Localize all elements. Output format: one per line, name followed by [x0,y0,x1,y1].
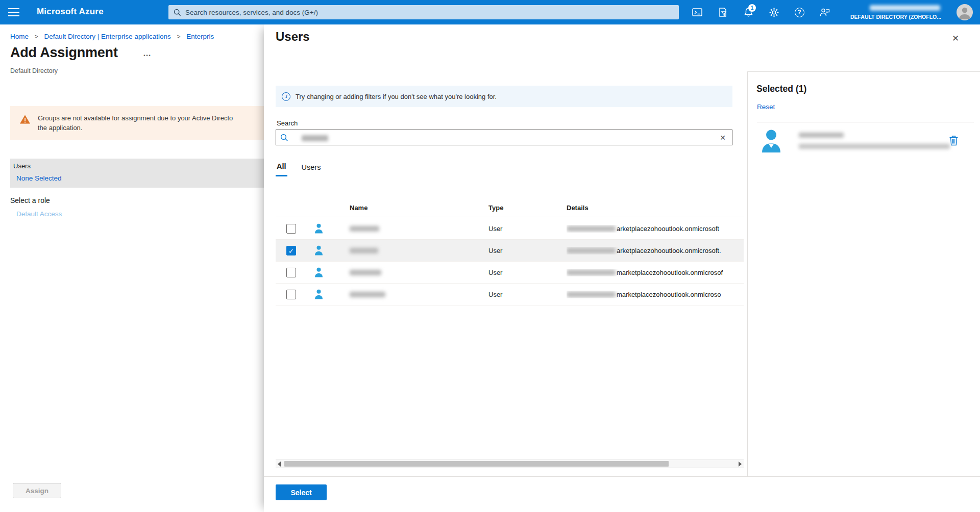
users-selection-section: Users None Selected [10,159,296,188]
table-row[interactable]: User marketplacezohooutlook.onmicrosof [276,262,744,284]
selected-count-title: Selected (1) [756,84,806,94]
search-query-blurred [302,135,328,141]
directory-label: DEFAULT DIRECTORY (ZOHOFLO... [850,14,941,20]
page-menu-ellipsis[interactable]: … [143,49,152,58]
cloud-shell-icon [692,7,703,17]
user-email-visible-tail: marketplacezohooutlook.onmicroso [617,291,721,298]
hamburger-menu-button[interactable] [8,7,20,17]
user-avatar-icon [314,245,323,255]
assign-button[interactable]: Assign [13,483,61,498]
row-checkbox[interactable] [286,224,296,234]
cloud-shell-button[interactable] [688,3,706,21]
info-icon: i [282,92,290,101]
user-email-prefix-blurred [567,270,616,275]
directory-filter-icon [717,7,728,17]
users-section-label: Users [13,162,296,170]
user-avatar-icon [314,289,323,299]
brand-title[interactable]: Microsoft Azure [37,7,104,17]
page-subtitle: Default Directory [10,67,58,74]
user-name-blurred [350,226,379,232]
selected-user-item [757,126,974,158]
reset-link[interactable]: Reset [757,103,775,111]
settings-button[interactable] [765,3,783,21]
column-header-details: Details [567,204,589,212]
table-row[interactable]: User arketplacezohooutlook.onmicrosoft [276,218,744,240]
account-avatar[interactable] [957,4,973,20]
directory-filter-button[interactable] [714,3,732,21]
user-type-cell: User [488,291,502,298]
search-label: Search [277,119,298,127]
row-checkbox[interactable] [286,290,296,299]
checkmark-icon: ✓ [288,247,294,255]
user-email-prefix-blurred [567,226,616,232]
user-email-prefix-blurred [567,248,616,253]
horizontal-scrollbar[interactable] [276,459,744,468]
user-email-visible-tail: arketplacezohooutlook.onmicrosoft. [617,247,721,254]
global-search-input[interactable] [185,9,674,16]
account-menu[interactable]: DEFAULT DIRECTORY (ZOHOFLO... [841,3,942,21]
global-search [168,5,679,19]
default-access-link[interactable]: Default Access [16,210,62,218]
sidebar-divider-horizontal [747,71,980,72]
column-header-type: Type [488,204,503,212]
select-button[interactable]: Select [276,484,327,500]
notifications-button[interactable]: 1 [739,3,757,21]
feedback-person-icon [819,7,830,17]
gear-icon [769,7,779,18]
scroll-left-arrow-icon[interactable] [278,462,281,467]
warning-banner: Groups are not available for assignment … [10,106,296,140]
panel-tabs: All Users [276,160,322,176]
tab-users[interactable]: Users [301,160,322,176]
none-selected-link[interactable]: None Selected [16,174,62,182]
page-title: Add Assignment [10,45,118,61]
user-name-blurred [350,292,385,297]
info-banner-text: Try changing or adding filters if you do… [296,93,497,100]
user-table-header: Name Type Details [276,201,744,217]
help-button[interactable]: ? [790,3,808,21]
selected-list-divider [757,122,974,122]
row-checkbox[interactable]: ✓ [286,246,296,255]
breadcrumb-separator: > [35,33,38,40]
scroll-right-arrow-icon[interactable] [739,462,742,467]
search-icon [174,9,181,16]
user-details-cell: arketplacezohooutlook.onmicrosoft [567,225,744,233]
users-panel: Users ✕ i Try changing or adding filters… [264,24,980,512]
footer-divider [264,476,980,477]
row-checkbox[interactable] [286,268,296,277]
help-icon: ? [795,8,804,17]
close-icon[interactable]: ✕ [948,31,963,46]
user-table-body: User arketplacezohooutlook.onmicrosoft ✓… [276,218,744,305]
feedback-button[interactable] [816,3,834,21]
user-type-cell: User [488,247,502,254]
user-name-blurred [350,248,378,253]
user-email-visible-tail: marketplacezohooutlook.onmicrosof [617,269,723,276]
info-banner: i Try changing or adding filters if you … [276,86,732,107]
column-header-name: Name [350,204,368,212]
tab-all[interactable]: All [276,160,287,176]
select-role-label: Select a role [10,196,50,204]
user-email-prefix-blurred [567,292,616,297]
table-row[interactable]: ✓ User arketplacezohooutlook.onmicrosoft… [276,240,744,262]
user-name-blurred [350,270,381,275]
search-icon [280,134,288,142]
user-email-visible-tail: arketplacezohooutlook.onmicrosoft [617,225,719,233]
clear-search-icon[interactable]: ✕ [718,134,728,142]
scrollbar-thumb[interactable] [284,461,669,467]
top-bar: Microsoft Azure [0,0,980,24]
panel-title: Users [276,30,310,44]
warning-icon [19,114,31,124]
breadcrumb: Home > Default Directory | Enterprise ap… [10,33,214,40]
warning-text: Groups are not available for assignment … [38,113,233,133]
delete-icon[interactable] [947,135,960,148]
breadcrumb-home[interactable]: Home [10,33,29,40]
azure-portal: Microsoft Azure [0,0,980,512]
account-email-blurred [870,5,940,11]
user-details-cell: arketplacezohooutlook.onmicrosoft. [567,247,744,254]
table-row[interactable]: User marketplacezohooutlook.onmicroso [276,284,744,305]
user-details-cell: marketplacezohooutlook.onmicroso [567,291,744,298]
breadcrumb-enterprise-truncated[interactable]: Enterpris [186,33,214,40]
breadcrumb-enterprise-applications[interactable]: Default Directory | Enterprise applicati… [44,33,171,40]
notification-badge: 1 [748,4,756,12]
panel-search-input[interactable] [288,134,718,141]
avatar-person-icon [957,4,973,20]
